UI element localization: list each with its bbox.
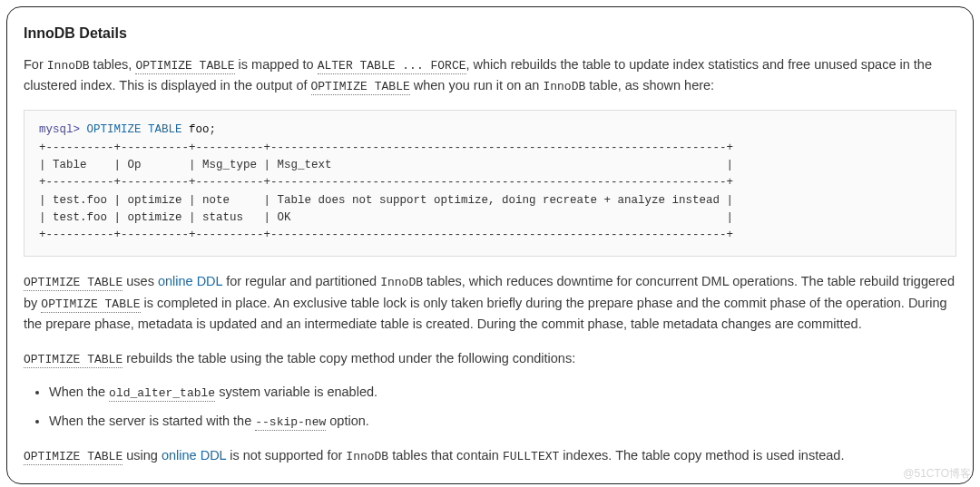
intro-paragraph: For InnoDB tables, OPTIMIZE TABLE is map… — [24, 54, 956, 98]
code-optimize-table[interactable]: OPTIMIZE TABLE — [135, 59, 234, 74]
conditions-intro-paragraph: OPTIMIZE TABLE rebuilds the table using … — [24, 348, 956, 370]
text: system variable is enabled. — [215, 385, 377, 399]
code-optimize-table[interactable]: OPTIMIZE TABLE — [311, 80, 410, 95]
text: is mapped to — [235, 57, 318, 72]
code-optimize-table[interactable]: OPTIMIZE TABLE — [24, 276, 122, 291]
code-optimize-table[interactable]: OPTIMIZE TABLE — [24, 450, 122, 465]
code-optimize-table[interactable]: OPTIMIZE TABLE — [41, 297, 140, 313]
table-separator: +----------+----------+----------+------… — [39, 141, 733, 154]
code-innodb: InnoDB — [47, 59, 90, 73]
code-alter-table-force[interactable]: ALTER TABLE ... FORCE — [318, 59, 466, 74]
code-innodb: InnoDB — [380, 276, 423, 290]
sql-semicolon: ; — [210, 123, 217, 136]
text: for regular and partitioned — [222, 274, 380, 288]
table-separator: +----------+----------+----------+------… — [39, 229, 733, 241]
text: using — [122, 448, 162, 463]
table-row: | test.foo | optimize | note | Table doe… — [39, 194, 733, 207]
online-ddl-paragraph: OPTIMIZE TABLE uses online DDL for regul… — [24, 271, 956, 336]
online-ddl-link[interactable]: online DDL — [158, 274, 222, 288]
section-heading: InnoDB Details — [24, 22, 956, 45]
text: is not supported for — [226, 448, 346, 463]
text: table, as shown here: — [585, 78, 714, 93]
list-item: When the server is started with the --sk… — [49, 411, 956, 433]
text: rebuilds the table using the table copy … — [122, 351, 575, 365]
code-innodb: InnoDB — [543, 80, 585, 94]
text: uses — [122, 274, 158, 288]
fulltext-paragraph: OPTIMIZE TABLE using online DDL is not s… — [24, 445, 956, 467]
online-ddl-link[interactable]: online DDL — [162, 448, 226, 463]
table-row: | test.foo | optimize | status | OK | — [39, 211, 733, 224]
code-old-alter-table[interactable]: old_alter_table — [109, 386, 215, 402]
table-separator: +----------+----------+----------+------… — [39, 176, 733, 189]
text: option. — [326, 414, 369, 428]
sql-statement: OPTIMIZE TABLE — [80, 123, 189, 136]
text: When the — [49, 385, 109, 399]
code-fulltext: FULLTEXT — [503, 450, 559, 464]
code-optimize-table[interactable]: OPTIMIZE TABLE — [24, 353, 122, 368]
list-item: When the old_alter_table system variable… — [49, 382, 956, 404]
code-skip-new[interactable]: --skip-new — [255, 415, 326, 431]
sql-output-block: mysql> OPTIMIZE TABLE foo; +----------+-… — [24, 110, 956, 257]
conditions-list: When the old_alter_table system variable… — [24, 382, 956, 433]
text: when you run it on an — [410, 78, 544, 93]
code-innodb: InnoDB — [346, 450, 388, 464]
text: tables, — [90, 57, 136, 72]
doc-card: InnoDB Details For InnoDB tables, OPTIMI… — [6, 6, 974, 484]
text: is completed in place. An exclusive tabl… — [24, 296, 947, 332]
text: indexes. The table copy method is used i… — [559, 448, 844, 463]
text: tables that contain — [388, 448, 503, 463]
sql-prompt: mysql> — [39, 123, 80, 136]
table-header: | Table | Op | Msg_type | Msg_text | — [39, 159, 733, 171]
sql-table-name: foo — [189, 123, 210, 136]
text: For — [24, 57, 47, 72]
text: When the server is started with the — [49, 414, 255, 428]
